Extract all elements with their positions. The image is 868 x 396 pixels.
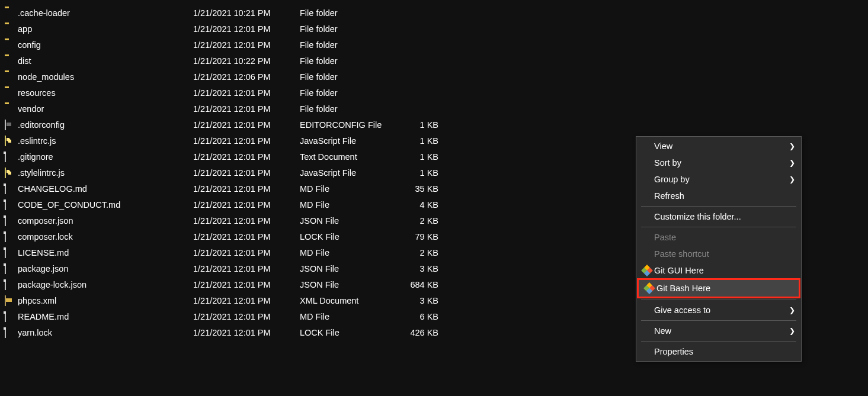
file-size: 3 KB [403, 296, 438, 305]
menu-paste: Paste [636, 229, 801, 246]
file-name: CHANGELOG.md [18, 184, 87, 194]
file-size: 1 KB [403, 168, 438, 178]
file-size: 4 KB [403, 200, 438, 210]
chevron-right-icon: ❯ [789, 306, 795, 314]
file-name-cell: .cache-loader [0, 8, 193, 18]
file-name: config [18, 40, 41, 50]
menu-properties[interactable]: Properties [636, 343, 801, 360]
file-name-cell: .eslintrc.js [0, 136, 193, 146]
folder-icon [5, 56, 14, 66]
file-name: CODE_OF_CONDUCT.md [18, 200, 120, 210]
chevron-right-icon: ❯ [789, 327, 795, 335]
file-type: File folder [300, 8, 403, 18]
file-name: composer.json [18, 216, 73, 226]
file-type: JSON File [300, 264, 403, 273]
file-row[interactable]: dist1/21/2021 10:22 PMFile folder [0, 53, 868, 69]
file-type: File folder [300, 24, 403, 34]
menu-sort-by[interactable]: Sort by ❯ [636, 154, 801, 171]
file-type: File folder [300, 104, 403, 114]
file-name: vendor [18, 104, 44, 114]
sheet-icon [5, 312, 14, 321]
xml-icon [5, 296, 14, 305]
file-type: MD File [300, 312, 403, 321]
file-date: 1/21/2021 12:01 PM [193, 296, 300, 305]
file-type: MD File [300, 184, 403, 194]
menu-properties-label: Properties [653, 347, 795, 356]
chevron-right-icon: ❯ [789, 159, 795, 167]
file-name-cell: dist [0, 56, 193, 66]
git-icon [643, 284, 655, 292]
menu-refresh[interactable]: Refresh [636, 188, 801, 204]
file-name: LICENSE.md [18, 248, 69, 257]
sheet-icon [5, 200, 14, 210]
file-row[interactable]: app1/21/2021 12:01 PMFile folder [0, 21, 868, 37]
menu-new-label: New [653, 326, 789, 336]
menu-give-access-to-label: Give access to [653, 305, 789, 315]
file-name-cell: package-lock.json [0, 280, 193, 289]
sheet-icon [5, 184, 14, 194]
file-row[interactable]: .editorconfig1/21/2021 12:01 PMEDITORCON… [0, 117, 868, 133]
file-name-cell: node_modules [0, 72, 193, 82]
menu-git-gui-here[interactable]: Git GUI Here [636, 262, 801, 279]
file-date: 1/21/2021 12:01 PM [193, 104, 300, 114]
file-size: 3 KB [403, 264, 438, 273]
cfg-icon [5, 120, 14, 130]
file-name-cell: .stylelintrc.js [0, 168, 193, 178]
file-name-cell: CODE_OF_CONDUCT.md [0, 200, 193, 210]
file-name: package-lock.json [18, 280, 87, 289]
file-row[interactable]: vendor1/21/2021 12:01 PMFile folder [0, 101, 868, 117]
menu-customize-folder[interactable]: Customize this folder... [636, 208, 801, 225]
menu-view[interactable]: View ❯ [636, 138, 801, 154]
file-date: 1/21/2021 12:01 PM [193, 312, 300, 321]
menu-separator [641, 206, 796, 207]
file-name-cell: app [0, 24, 193, 34]
highlight-box: Git Bash Here [637, 278, 800, 298]
file-name-cell: .gitignore [0, 152, 193, 162]
file-date: 1/21/2021 12:01 PM [193, 136, 300, 146]
file-name: .cache-loader [18, 8, 70, 18]
file-size: 79 KB [403, 232, 438, 242]
folder-icon [5, 40, 14, 50]
file-size: 426 KB [403, 328, 438, 337]
file-name: .editorconfig [18, 120, 65, 130]
file-row[interactable]: .cache-loader1/21/2021 10:21 PMFile fold… [0, 5, 868, 21]
sheet-icon [5, 264, 14, 273]
file-name-cell: .editorconfig [0, 120, 193, 130]
chevron-right-icon: ❯ [789, 142, 795, 150]
file-size: 1 KB [403, 136, 438, 146]
file-date: 1/21/2021 12:01 PM [193, 216, 300, 226]
file-name: node_modules [18, 72, 74, 82]
menu-git-bash-here-label: Git Bash Here [655, 284, 793, 293]
file-date: 1/21/2021 12:01 PM [193, 264, 300, 273]
file-name: phpcs.xml [18, 296, 56, 305]
context-menu: View ❯ Sort by ❯ Group by ❯ Refresh Cust… [636, 136, 802, 362]
menu-separator [641, 320, 796, 321]
file-type: File folder [300, 88, 403, 98]
file-row[interactable]: config1/21/2021 12:01 PMFile folder [0, 37, 868, 53]
git-icon [641, 266, 653, 275]
file-size: 2 KB [403, 248, 438, 257]
file-name-cell: vendor [0, 104, 193, 114]
menu-new[interactable]: New ❯ [636, 323, 801, 339]
sheet-icon [5, 232, 14, 242]
file-type: MD File [300, 200, 403, 210]
menu-give-access-to[interactable]: Give access to ❯ [636, 302, 801, 318]
file-name: .stylelintrc.js [18, 168, 65, 178]
file-size: 6 KB [403, 312, 438, 321]
folder-icon [5, 24, 14, 34]
file-date: 1/21/2021 12:01 PM [193, 40, 300, 50]
chevron-right-icon: ❯ [789, 175, 795, 183]
file-name-cell: phpcs.xml [0, 296, 193, 305]
file-name: composer.lock [18, 232, 73, 242]
file-type: JSON File [300, 216, 403, 226]
file-date: 1/21/2021 12:01 PM [193, 232, 300, 242]
sheet-icon [5, 280, 14, 289]
menu-group-by[interactable]: Group by ❯ [636, 171, 801, 188]
file-date: 1/21/2021 12:01 PM [193, 200, 300, 210]
file-date: 1/21/2021 10:21 PM [193, 8, 300, 18]
file-type: File folder [300, 72, 403, 82]
file-row[interactable]: node_modules1/21/2021 12:06 PMFile folde… [0, 69, 868, 85]
sheet-icon [5, 216, 14, 226]
menu-git-bash-here[interactable]: Git Bash Here [639, 280, 799, 297]
file-row[interactable]: resources1/21/2021 12:01 PMFile folder [0, 85, 868, 101]
